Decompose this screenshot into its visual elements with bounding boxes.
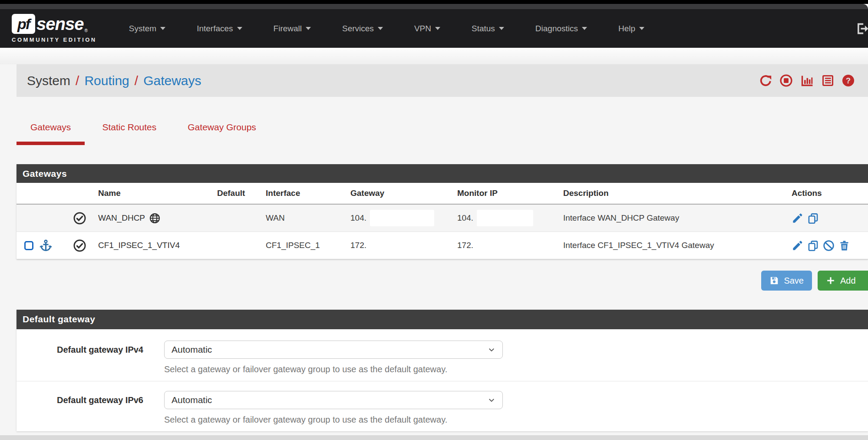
pfsense-logo[interactable]: pf sense ® COMMUNITY EDITION: [12, 14, 97, 43]
check-circle-icon: [73, 239, 86, 252]
main-menu: System Interfaces Firewall Services VPN …: [119, 24, 666, 33]
menu-help[interactable]: Help: [609, 24, 654, 33]
breadcrumb-separator: /: [135, 73, 138, 88]
col-description: Description: [563, 189, 792, 198]
svg-text:?: ?: [846, 76, 851, 85]
col-monitor-ip: Monitor IP: [457, 189, 563, 198]
gateways-table-header: Name Default Interface Gateway Monitor I…: [17, 183, 868, 205]
chevron-down-icon: [488, 346, 495, 354]
gateways-panel-title: Gateways: [17, 164, 868, 183]
chevron-down-icon: [488, 396, 495, 404]
bottom-strip: [0, 435, 868, 440]
default-gateway-ipv6-label: Default gateway IPv6: [17, 391, 143, 409]
sign-out-icon[interactable]: [855, 21, 868, 36]
routing-tabs: Gateways Static Routes Gateway Groups: [17, 122, 868, 145]
gateway-interface: CF1_IPSEC_1: [266, 241, 350, 250]
delete-icon[interactable]: [838, 240, 850, 251]
tab-gateways[interactable]: Gateways: [17, 122, 85, 145]
menu-system[interactable]: System: [119, 24, 175, 33]
default-gateway-ipv4-row: Default gateway IPv4 Automatic Select a …: [17, 329, 868, 381]
breadcrumb-separator: /: [76, 73, 79, 88]
gateway-address: 104.: [350, 213, 366, 223]
caret-down-icon: [639, 27, 644, 30]
chart-icon[interactable]: [800, 74, 814, 87]
copy-icon[interactable]: [807, 240, 819, 251]
tab-static-routes[interactable]: Static Routes: [88, 122, 170, 145]
monitor-ip: 172.: [457, 241, 473, 250]
top-navbar: pf sense ® COMMUNITY EDITION System Inte…: [0, 9, 868, 48]
menu-diagnostics[interactable]: Diagnostics: [526, 24, 597, 33]
redacted-ip: [477, 210, 533, 226]
breadcrumb-bar: System / Routing / Gateways ?: [17, 64, 868, 97]
help-icon[interactable]: ?: [842, 74, 855, 87]
monitor-ip: 104.: [457, 213, 473, 223]
add-button[interactable]: Add: [818, 271, 868, 291]
navbar-shadow-gap: [0, 48, 868, 64]
col-actions: Actions: [792, 189, 868, 198]
gateway-description: Interface WAN_DHCP Gateway: [563, 213, 792, 223]
disable-icon[interactable]: [823, 240, 835, 251]
pfsense-logo-reg: ®: [84, 28, 87, 33]
default-gateway-panel: Default gateway Default gateway IPv4 Aut…: [17, 310, 868, 431]
gateways-panel: Gateways Name Default Interface Gateway …: [17, 164, 868, 259]
table-row: CF1_IPSEC_1_VTIV4 CF1_IPSEC_1 172. 172. …: [17, 232, 868, 259]
table-row: WAN_DHCP WAN 104. 104. Interface WAN_DHC…: [17, 205, 868, 232]
save-button[interactable]: Save: [761, 271, 812, 291]
menu-interfaces[interactable]: Interfaces: [187, 24, 251, 33]
breadcrumb: System / Routing / Gateways: [27, 73, 201, 88]
default-gateway-ipv4-label: Default gateway IPv4: [17, 341, 143, 359]
save-icon: [769, 276, 779, 285]
default-gateway-ipv4-select[interactable]: Automatic: [164, 341, 503, 359]
anchor-icon: [39, 239, 53, 252]
default-gateway-ipv6-row: Default gateway IPv6 Automatic Select a …: [17, 381, 868, 431]
caret-down-icon: [237, 27, 242, 30]
pfsense-logo-pf-box: pf: [12, 14, 35, 34]
menu-firewall[interactable]: Firewall: [264, 24, 320, 33]
gateway-description: Interface CF1_IPSEC_1_VTIV4 Gateway: [563, 241, 792, 250]
caret-down-icon: [306, 27, 311, 30]
tab-gateway-groups[interactable]: Gateway Groups: [174, 122, 270, 145]
breadcrumb-system: System: [27, 73, 70, 88]
breadcrumb-routing-link[interactable]: Routing: [84, 73, 129, 88]
col-name: Name: [94, 189, 217, 198]
col-gateway: Gateway: [350, 189, 457, 198]
caret-down-icon: [160, 27, 165, 30]
menu-status[interactable]: Status: [462, 24, 514, 33]
caret-down-icon: [582, 27, 587, 30]
col-interface: Interface: [266, 189, 350, 198]
gateway-interface: WAN: [266, 213, 350, 223]
refresh-icon[interactable]: [759, 74, 772, 87]
default-gateway-ipv6-help: Select a gateway or failover gateway gro…: [164, 415, 503, 425]
gateway-address: 172.: [350, 241, 366, 250]
default-gateway-ipv4-help: Select a gateway or failover gateway gro…: [164, 364, 503, 374]
square-outline-icon: [24, 241, 33, 250]
edit-icon[interactable]: [792, 212, 803, 224]
caret-down-icon: [378, 27, 383, 30]
gateway-name: CF1_IPSEC_1_VTIV4: [98, 241, 180, 250]
breadcrumb-gateways-link[interactable]: Gateways: [143, 73, 201, 88]
plus-icon: [826, 276, 835, 285]
check-circle-icon: [73, 212, 86, 225]
edit-icon[interactable]: [792, 240, 803, 251]
col-default: Default: [217, 189, 266, 198]
table-action-buttons: Save Add: [0, 271, 868, 291]
pfsense-logo-edition: COMMUNITY EDITION: [12, 36, 97, 43]
pfsense-logo-sense: sense: [36, 14, 83, 34]
default-gateway-panel-title: Default gateway: [17, 310, 868, 329]
copy-icon[interactable]: [807, 212, 819, 224]
window-title-strip: [0, 4, 868, 9]
log-list-icon[interactable]: [821, 74, 835, 87]
menu-services[interactable]: Services: [333, 24, 393, 33]
caret-down-icon: [435, 27, 440, 30]
window-top-edge: [0, 0, 868, 4]
stop-record-icon[interactable]: [779, 74, 793, 87]
redacted-ip: [370, 210, 434, 226]
menu-vpn[interactable]: VPN: [405, 24, 450, 33]
pfsense-logo-pf: pf: [17, 16, 30, 33]
gateway-name: WAN_DHCP: [98, 213, 145, 223]
globe-icon: [149, 212, 161, 224]
caret-down-icon: [499, 27, 504, 30]
default-gateway-ipv6-select[interactable]: Automatic: [164, 391, 503, 409]
